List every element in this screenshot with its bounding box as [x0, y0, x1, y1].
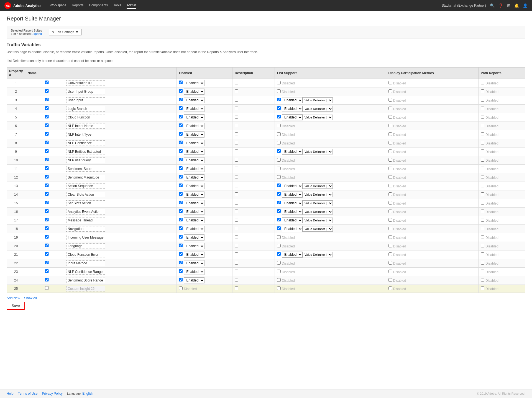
metrics-checkbox[interactable] [388, 244, 392, 247]
name-checkbox[interactable] [27, 192, 66, 196]
list-support-checkbox[interactable] [277, 286, 281, 290]
description-checkbox[interactable] [235, 244, 238, 247]
add-new-link[interactable]: Add New [7, 296, 20, 300]
enabled-checkbox[interactable] [179, 81, 183, 84]
metrics-checkbox[interactable] [388, 107, 392, 110]
list-support-checkbox[interactable] [277, 89, 281, 93]
enabled-select[interactable]: Enabled [184, 114, 204, 120]
metrics-checkbox[interactable] [388, 252, 392, 256]
enabled-select[interactable]: Enabled [184, 97, 204, 103]
path-checkbox[interactable] [481, 252, 484, 256]
enabled-checkbox[interactable] [179, 149, 183, 153]
name-checkbox[interactable] [27, 286, 66, 290]
footer-language[interactable]: English [82, 392, 93, 396]
value-delimiter-select[interactable]: Value Delimiter |, [303, 149, 333, 154]
nav-admin[interactable]: Admin [127, 2, 136, 9]
list-support-checkbox[interactable] [277, 218, 281, 221]
list-support-checkbox[interactable] [277, 149, 281, 153]
metrics-checkbox[interactable] [388, 89, 392, 93]
name-input[interactable] [66, 97, 105, 103]
enabled-checkbox[interactable] [179, 226, 183, 230]
name-checkbox[interactable] [27, 278, 66, 281]
list-support-checkbox[interactable] [277, 252, 281, 256]
enabled-checkbox[interactable] [179, 132, 183, 136]
nav-components[interactable]: Components [89, 2, 108, 9]
name-input[interactable] [66, 106, 105, 112]
nav-reports[interactable]: Reports [72, 2, 83, 9]
description-checkbox[interactable] [235, 270, 238, 273]
name-input[interactable] [66, 260, 105, 266]
name-checkbox[interactable] [27, 218, 66, 221]
description-checkbox[interactable] [235, 149, 238, 153]
name-checkbox[interactable] [27, 226, 66, 230]
enabled-select[interactable]: Enabled [184, 166, 204, 172]
description-checkbox[interactable] [235, 218, 238, 222]
name-input[interactable] [66, 209, 105, 214]
enabled-select[interactable]: Enabled [184, 192, 204, 198]
name-input[interactable] [66, 200, 105, 206]
enabled-checkbox[interactable] [179, 244, 183, 247]
path-checkbox[interactable] [481, 107, 484, 110]
description-checkbox[interactable] [235, 278, 238, 282]
name-input[interactable] [66, 218, 105, 223]
name-input[interactable] [66, 269, 105, 275]
name-checkbox[interactable] [27, 175, 66, 179]
enabled-select[interactable]: Enabled [184, 140, 204, 146]
list-enabled-select[interactable]: Enabled [282, 217, 303, 223]
value-delimiter-select[interactable]: Value Delimiter |, [303, 115, 333, 120]
list-support-checkbox[interactable] [277, 98, 281, 101]
name-checkbox[interactable] [27, 261, 66, 264]
list-support-checkbox[interactable] [277, 209, 281, 213]
name-input[interactable] [66, 235, 105, 240]
name-checkbox[interactable] [27, 132, 66, 136]
metrics-checkbox[interactable] [388, 124, 392, 127]
list-support-checkbox[interactable] [277, 141, 281, 144]
path-checkbox[interactable] [481, 81, 484, 84]
metrics-checkbox[interactable] [388, 278, 392, 282]
enabled-checkbox[interactable] [179, 158, 183, 161]
name-input[interactable] [66, 140, 105, 146]
name-checkbox[interactable] [27, 81, 66, 84]
grid-icon[interactable]: ⊞ [507, 3, 510, 8]
list-enabled-select[interactable]: Enabled [282, 192, 303, 198]
list-support-checkbox[interactable] [277, 175, 281, 179]
nav-tools[interactable]: Tools [113, 2, 121, 9]
enabled-checkbox[interactable] [179, 252, 183, 256]
name-checkbox[interactable] [27, 244, 66, 247]
name-input[interactable] [66, 149, 105, 154]
metrics-checkbox[interactable] [388, 115, 392, 119]
footer-terms[interactable]: Terms of Use [18, 392, 38, 396]
metrics-checkbox[interactable] [388, 149, 392, 153]
enabled-checkbox[interactable] [179, 201, 183, 204]
description-checkbox[interactable] [235, 252, 238, 256]
enabled-select[interactable]: Enabled [184, 80, 204, 86]
list-enabled-select[interactable]: Enabled [282, 200, 303, 206]
name-checkbox[interactable] [27, 209, 66, 213]
value-delimiter-select[interactable]: Value Delimiter |, [303, 192, 333, 197]
enabled-select[interactable]: Enabled [184, 131, 204, 138]
path-checkbox[interactable] [481, 141, 484, 144]
name-input[interactable] [66, 115, 105, 120]
enabled-checkbox[interactable] [179, 115, 183, 118]
name-input[interactable] [66, 175, 105, 180]
path-checkbox[interactable] [481, 218, 484, 222]
footer-help[interactable]: Help [7, 392, 14, 396]
name-checkbox[interactable] [27, 141, 66, 144]
list-support-checkbox[interactable] [277, 124, 281, 127]
list-support-checkbox[interactable] [277, 278, 281, 282]
enabled-checkbox[interactable] [179, 123, 183, 127]
name-checkbox[interactable] [27, 269, 66, 273]
name-input[interactable] [66, 192, 105, 197]
enabled-select[interactable]: Enabled [184, 123, 204, 129]
path-checkbox[interactable] [481, 210, 484, 213]
name-checkbox[interactable] [27, 184, 66, 187]
enabled-checkbox[interactable] [179, 89, 183, 93]
metrics-checkbox[interactable] [388, 227, 392, 230]
name-checkbox[interactable] [27, 166, 66, 170]
value-delimiter-select[interactable]: Value Delimiter |, [303, 97, 333, 103]
list-support-checkbox[interactable] [277, 235, 281, 239]
show-all-link[interactable]: Show All [24, 296, 37, 300]
description-checkbox[interactable] [235, 141, 238, 144]
list-support-checkbox[interactable] [277, 226, 281, 230]
name-input[interactable] [66, 183, 105, 189]
